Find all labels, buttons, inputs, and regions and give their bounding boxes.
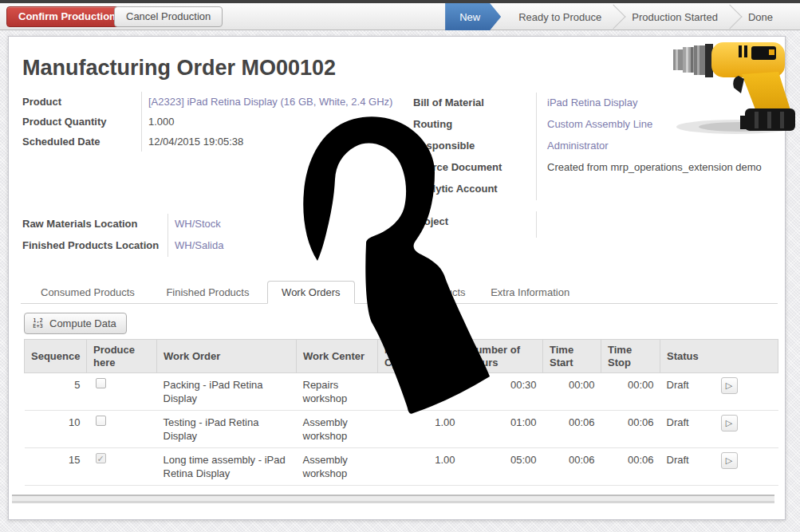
- cell-time-start: 00:06: [543, 411, 601, 448]
- field-value-finished-products-location[interactable]: WH/Salida: [167, 235, 223, 257]
- tab-work-orders[interactable]: Work Orders: [267, 281, 354, 304]
- cell-status: Draft ▷: [660, 373, 778, 411]
- cell-hours: 00:30: [462, 373, 543, 411]
- cell-work-order: Long time assembly - iPad Retina Display: [157, 448, 297, 486]
- cell-time-stop: 00:06: [601, 448, 660, 486]
- status-badge: Draft: [667, 454, 689, 466]
- stage-production-started[interactable]: Production Started: [616, 3, 734, 30]
- field-label-project: Project: [413, 211, 536, 238]
- field-label-bill-of-material: Bill of Material: [413, 93, 536, 114]
- col-produce-here: Produce here: [87, 340, 157, 373]
- horizontal-scrollbar[interactable]: [12, 495, 774, 503]
- produce-here-checkbox[interactable]: [96, 378, 106, 388]
- table-header-row: Sequence Produce here Work Order Work Ce…: [25, 340, 778, 373]
- field-label-responsible: Responsible: [413, 136, 536, 157]
- cell-status: Draft ▷: [660, 411, 778, 448]
- field-label-analytic-account: Analytic Account: [413, 179, 536, 200]
- cell-time-stop: 00:06: [601, 411, 660, 448]
- cell-work-center: Repairs workshop: [297, 373, 378, 411]
- play-icon: ▷: [726, 418, 732, 428]
- cell-work-order: Testing - iPad Retina Display: [157, 411, 297, 448]
- produce-here-checkbox[interactable]: [96, 453, 106, 463]
- field-group-project: Project: [413, 211, 547, 238]
- compute-data-label: Compute Data: [49, 317, 116, 329]
- cell-hours: 01:00: [462, 411, 543, 448]
- field-label-product: Product: [22, 92, 141, 112]
- tab-finished-products[interactable]: Finished Products: [152, 282, 262, 305]
- cell-status: Draft ▷: [660, 448, 778, 486]
- field-label-raw-materials-location: Raw Materials Location: [22, 214, 167, 235]
- col-work-center: Work Center: [297, 340, 378, 373]
- col-time-start: Time Start: [543, 340, 601, 373]
- confirm-production-button[interactable]: Confirm Production: [6, 6, 128, 27]
- app-window: Confirm Production Cancel Production New…: [0, 0, 800, 532]
- compute-data-button[interactable]: 1,2 E+3 Compute Data: [24, 313, 127, 334]
- field-label-finished-products-location: Finished Products Location: [22, 235, 167, 257]
- col-status: Status: [660, 340, 778, 373]
- field-group-locations: Raw Materials Location WH/Stock Finished…: [22, 214, 223, 257]
- field-label-scheduled-date: Scheduled Date: [22, 132, 141, 152]
- start-workorder-button[interactable]: ▷: [721, 452, 738, 469]
- cell-hours: 05:00: [462, 448, 543, 486]
- tab-consumed-products[interactable]: Consumed Products: [27, 282, 148, 305]
- tab-scheduled-products[interactable]: Scheduled Products: [359, 282, 479, 305]
- field-value-scheduled-date: 12/04/2015 19:05:38: [141, 132, 392, 152]
- field-label-routing: Routing: [413, 114, 536, 136]
- table-row[interactable]: 5 Packing - iPad Retina Display Repairs …: [25, 373, 778, 411]
- cell-work-center: Assembly workshop: [297, 411, 378, 448]
- table-row[interactable]: 15 Long time assembly - iPad Retina Disp…: [25, 448, 778, 486]
- col-sequence: Sequence: [25, 340, 87, 373]
- work-orders-table: Sequence Produce here Work Order Work Ce…: [24, 339, 778, 486]
- status-badge: Draft: [667, 379, 689, 391]
- col-work-order: Work Order: [157, 340, 297, 373]
- tab-extra-information[interactable]: Extra Information: [477, 282, 583, 305]
- table-row[interactable]: 10 Testing - iPad Retina Display Assembl…: [25, 411, 778, 448]
- col-number-of-cycles: Number of Cycles: [378, 340, 462, 373]
- stage-new[interactable]: New: [445, 3, 501, 30]
- field-value-raw-materials-location[interactable]: WH/Stock: [167, 214, 223, 235]
- cell-work-center: Assembly workshop: [297, 448, 378, 486]
- cell-cycles: [378, 373, 462, 411]
- cell-cycles: 1.00: [378, 411, 462, 448]
- field-label-source-document: Source Document: [413, 157, 536, 179]
- status-badge: Draft: [667, 416, 689, 428]
- page-title: Manufacturing Order MO00102: [22, 56, 336, 81]
- field-value-product[interactable]: [A2323] iPad Retina Display (16 GB, Whit…: [141, 92, 392, 112]
- toolbar: Confirm Production Cancel Production New…: [0, 3, 800, 30]
- produce-here-checkbox[interactable]: [96, 416, 106, 426]
- cell-sequence: 15: [25, 448, 87, 486]
- calculator-icon: 1,2 E+3: [31, 318, 45, 329]
- start-workorder-button[interactable]: ▷: [721, 377, 738, 394]
- cell-time-stop: 00:00: [601, 373, 660, 411]
- cell-sequence: 10: [25, 411, 87, 448]
- col-time-stop: Time Stop: [601, 340, 660, 373]
- field-value-product-quantity: 1.000: [141, 112, 392, 132]
- cell-time-start: 00:00: [543, 373, 601, 411]
- field-value-analytic-account[interactable]: [536, 179, 762, 200]
- field-value-project[interactable]: [536, 211, 547, 238]
- cell-work-order: Packing - iPad Retina Display: [157, 373, 297, 411]
- field-label-product-quantity: Product Quantity: [22, 112, 141, 132]
- status-bar: New Ready to Produce Production Started …: [445, 3, 800, 30]
- notebook-tabbar: Consumed Products Finished Products Work…: [21, 281, 778, 304]
- field-group-left: Product [A2323] iPad Retina Display (16 …: [22, 92, 392, 152]
- product-image-drill: [668, 36, 800, 140]
- cancel-production-button[interactable]: Cancel Production: [114, 6, 223, 27]
- field-value-source-document: Created from mrp_operations_extension de…: [536, 157, 762, 179]
- cell-time-start: 00:06: [543, 448, 601, 486]
- col-number-of-hours: Number of Hours: [462, 340, 543, 373]
- cell-sequence: 5: [25, 373, 87, 411]
- play-icon: ▷: [726, 380, 732, 390]
- cell-cycles: 1.00: [378, 448, 462, 486]
- play-icon: ▷: [726, 455, 732, 465]
- start-workorder-button[interactable]: ▷: [721, 415, 738, 432]
